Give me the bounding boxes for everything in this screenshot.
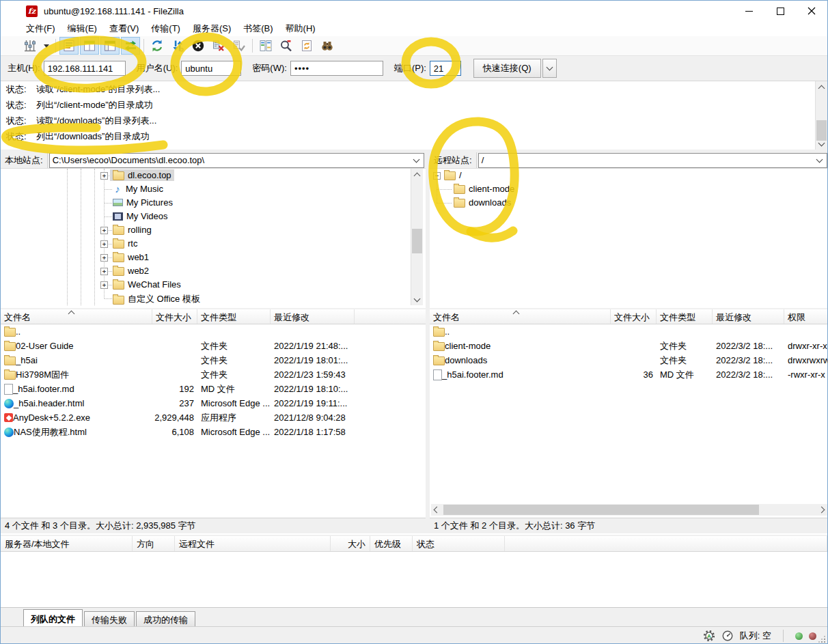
- tab-successful-transfers[interactable]: 成功的传输: [136, 611, 195, 626]
- tab-failed-transfers[interactable]: 传输失败: [84, 611, 135, 626]
- file-row-item[interactable]: ..: [430, 324, 828, 339]
- synchronized-browsing-button[interactable]: [297, 37, 316, 55]
- file-row-h5ai-footer-md[interactable]: _h5ai.footer.md36MD 文件2022/3/2 18:...-rw…: [430, 367, 828, 382]
- menu-item-bookmarks[interactable]: 书签(B): [237, 21, 279, 36]
- local-path-combo[interactable]: C:\Users\ecoo\Documents\dl.ecoo.top\: [49, 153, 424, 168]
- quickconnect-dropdown-button[interactable]: [542, 59, 557, 78]
- find-files-button[interactable]: [318, 37, 337, 55]
- column-header-filetype[interactable]: 文件类型: [657, 309, 713, 324]
- minimize-button[interactable]: [733, 1, 764, 21]
- toggle-local-tree-button[interactable]: [80, 37, 99, 55]
- file-row-client-mode[interactable]: client-mode文件夹2022/3/2 18:...drwxr-xr-x: [430, 339, 828, 353]
- cancel-operation-button[interactable]: [189, 37, 208, 55]
- host-input[interactable]: [44, 61, 126, 76]
- column-header-filename[interactable]: 文件名: [1, 309, 152, 324]
- scroll-left-arrow[interactable]: [431, 504, 443, 516]
- site-manager-dropdown-button[interactable]: [41, 37, 52, 55]
- tree-expander-plus-icon[interactable]: +: [100, 227, 108, 234]
- tree-expander-minus-icon[interactable]: −: [433, 172, 441, 180]
- log-scrollbar[interactable]: [815, 81, 827, 150]
- tree-item-row[interactable]: downloads: [451, 197, 514, 208]
- tree-item-row[interactable]: My Music: [110, 183, 166, 195]
- toggle-message-log-button[interactable]: [59, 37, 79, 55]
- column-header-filesize[interactable]: 文件大小: [152, 309, 197, 324]
- tree-item-rolling[interactable]: +rolling: [1, 223, 426, 237]
- password-input[interactable]: [290, 61, 383, 76]
- column-header-filetype[interactable]: 文件类型: [197, 309, 271, 324]
- port-input[interactable]: [430, 61, 461, 76]
- menu-item-help[interactable]: 帮助(H): [279, 21, 322, 36]
- tree-item-row[interactable]: client-mode: [451, 183, 517, 195]
- menu-item-server[interactable]: 服务器(S): [187, 21, 237, 36]
- toggle-remote-tree-button[interactable]: [100, 37, 120, 55]
- refresh-button[interactable]: [148, 37, 167, 55]
- tree-item-row[interactable]: 自定义 Office 模板: [110, 292, 203, 305]
- toggle-queue-processing-icon[interactable]: A: [703, 630, 715, 642]
- queue-column-priority[interactable]: 优先级: [370, 536, 413, 551]
- speed-limits-icon[interactable]: [721, 630, 734, 642]
- scroll-up-arrow[interactable]: [816, 81, 827, 93]
- tree-item-my-music[interactable]: My Music: [1, 182, 426, 196]
- column-header-modified[interactable]: 最近修改: [271, 309, 355, 324]
- queue-column-status[interactable]: 状态: [413, 536, 505, 551]
- reconnect-button[interactable]: [230, 37, 249, 55]
- hscrollbar-thumb[interactable]: [443, 505, 759, 515]
- scroll-right-arrow[interactable]: [816, 504, 827, 516]
- file-row-nas-html[interactable]: NAS使用教程.html6,108Microsoft Edge ...2022/…: [1, 425, 426, 439]
- file-row-h5ai[interactable]: _h5ai文件夹2022/1/19 18:01:...: [1, 353, 426, 367]
- tree-item-row[interactable]: My Pictures: [110, 197, 176, 208]
- queue-column-server-local-file[interactable]: 服务器/本地文件: [1, 536, 133, 551]
- quickconnect-button[interactable]: 快速连接(Q): [473, 59, 541, 78]
- tree-expander-plus-icon[interactable]: +: [100, 268, 108, 275]
- tab-queued-files[interactable]: 列队的文件: [23, 609, 83, 626]
- tree-item-row[interactable]: /: [441, 169, 465, 181]
- file-row-hi3798m[interactable]: Hi3798M固件文件夹2022/1/23 1:59:43: [1, 367, 426, 382]
- tree-item-my-pictures[interactable]: My Pictures: [1, 196, 426, 210]
- tree-item-web2[interactable]: +web2: [1, 264, 426, 278]
- menu-item-view[interactable]: 查看(V): [103, 21, 145, 36]
- remote-path-combo[interactable]: /: [478, 153, 827, 168]
- tree-expander-plus-icon[interactable]: +: [100, 172, 108, 180]
- file-row-downloads[interactable]: downloads文件夹2022/3/2 18:...drwxrwxrwx: [430, 353, 828, 367]
- tree-item-row[interactable]: My Videos: [110, 210, 170, 222]
- tree-item-row[interactable]: rolling: [110, 224, 154, 236]
- tree-item-office[interactable]: 自定义 Office 模板: [1, 292, 426, 305]
- tree-expander-plus-icon[interactable]: +: [100, 240, 108, 248]
- queue-column-remote-file[interactable]: 远程文件: [175, 536, 331, 551]
- column-header-modified[interactable]: 最近修改: [713, 309, 784, 324]
- file-row-h5ai-header-html[interactable]: _h5ai.header.html237Microsoft Edge ...20…: [1, 396, 426, 410]
- site-manager-button[interactable]: [20, 37, 40, 55]
- menu-item-edit[interactable]: 编辑(E): [61, 21, 103, 36]
- disconnect-button[interactable]: [209, 37, 228, 55]
- tree-item-client-mode[interactable]: client-mode: [430, 182, 828, 196]
- tree-item-row[interactable]: dl.ecoo.top: [110, 169, 174, 181]
- tree-item-row[interactable]: WeChat Files: [110, 279, 184, 290]
- tree-item-rtc[interactable]: +rtc: [1, 237, 426, 251]
- tree-item-downloads[interactable]: downloads: [430, 196, 828, 210]
- menu-item-transfer[interactable]: 传输(T): [145, 21, 187, 36]
- queue-column-direction[interactable]: 方向: [133, 536, 175, 551]
- tree-item-wechat-files[interactable]: +WeChat Files: [1, 278, 426, 292]
- tree-item-row[interactable]: rtc: [110, 238, 140, 249]
- maximize-button[interactable]: [764, 1, 796, 21]
- toggle-transfer-queue-button[interactable]: [121, 37, 140, 55]
- resize-grip[interactable]: [818, 636, 825, 643]
- tree-item-dl-ecoo-top[interactable]: +dl.ecoo.top: [1, 169, 426, 182]
- column-header-permissions[interactable]: 权限: [784, 309, 828, 324]
- tree-item-row[interactable]: web2: [110, 265, 152, 277]
- file-row-item[interactable]: ..: [1, 324, 426, 339]
- process-queue-button[interactable]: [168, 37, 187, 55]
- tree-expander-plus-icon[interactable]: +: [100, 254, 108, 262]
- tree-item-row[interactable]: web1: [110, 251, 152, 263]
- tree-expander-plus-icon[interactable]: +: [100, 281, 108, 289]
- column-header-filename[interactable]: 文件名: [430, 309, 611, 324]
- file-row-02-user-guide[interactable]: 02-User Guide文件夹2022/1/19 21:48:...: [1, 339, 426, 353]
- file-row-anydesk-5-2-2-exe[interactable]: AnyDesk+5.2.2.exe2,929,448应用程序2021/12/8 …: [1, 410, 426, 425]
- menu-item-file[interactable]: 文件(F): [20, 21, 61, 36]
- column-header-filesize[interactable]: 文件大小: [611, 309, 657, 324]
- tree-item-item[interactable]: −/: [430, 169, 828, 182]
- directory-compare-button[interactable]: [256, 37, 275, 55]
- filename-filters-button[interactable]: [277, 37, 296, 55]
- queue-column-size[interactable]: 大小: [331, 536, 370, 551]
- scroll-down-arrow[interactable]: [816, 138, 827, 150]
